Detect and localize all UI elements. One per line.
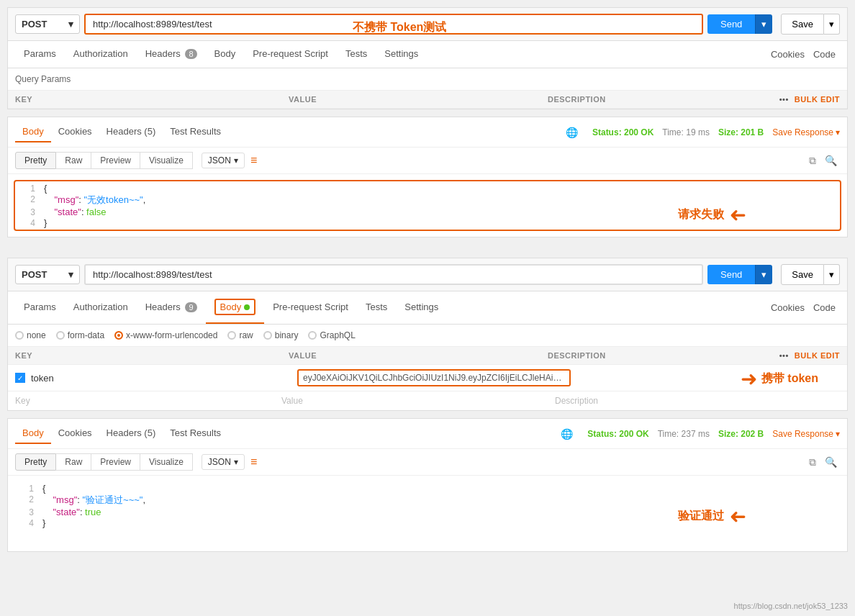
status-ok-2: Status: 200 OK xyxy=(587,429,648,439)
col-val-1: VALUE xyxy=(289,95,548,104)
tab-cookies-1[interactable]: Cookies xyxy=(766,42,809,67)
size-info-2: Size: 202 B xyxy=(718,429,764,439)
view-tab-raw-1[interactable]: Raw xyxy=(56,152,91,169)
radio-urlencoded[interactable]: x-www-form-urlencoded xyxy=(114,330,217,340)
tab-params-2[interactable]: Params xyxy=(15,294,65,321)
tab-tests-1[interactable]: Tests xyxy=(337,41,376,68)
radio-raw[interactable]: raw xyxy=(227,330,253,340)
wrap-icon-1[interactable]: ≡ xyxy=(250,154,257,167)
radio-formdata[interactable]: form-data xyxy=(56,330,104,340)
response-bar-1: Body Cookies Headers (5) Test Results 🌐 … xyxy=(8,117,847,148)
tab-headers-2[interactable]: Headers 9 xyxy=(137,294,206,321)
rtab-headers-2[interactable]: Headers (5) xyxy=(99,423,163,444)
save-response-btn-1[interactable]: Save Response ▾ xyxy=(772,127,840,137)
view-tab-preview-1[interactable]: Preview xyxy=(91,152,140,169)
tab-prerequest-2[interactable]: Pre-request Script xyxy=(264,294,357,321)
view-tab-raw-2[interactable]: Raw xyxy=(56,453,91,471)
more-icon-1[interactable]: ••• xyxy=(779,95,789,104)
tab-code-1[interactable]: Code xyxy=(809,42,840,67)
rtab-body-1[interactable]: Body xyxy=(15,122,51,142)
tab-code-2[interactable]: Code xyxy=(809,295,840,320)
url-input-2[interactable] xyxy=(84,264,703,285)
radio-binary[interactable]: binary xyxy=(263,330,299,340)
save-caret-2[interactable]: ▾ xyxy=(824,264,840,285)
token-checkbox[interactable] xyxy=(15,373,25,383)
section-label-text: Query Params xyxy=(15,74,71,84)
radio-graphql[interactable]: GraphQL xyxy=(308,330,355,340)
tab-body-1[interactable]: Body xyxy=(206,41,245,68)
rtab-cookies-2[interactable]: Cookies xyxy=(51,423,99,444)
status-info-2: 🌐 Status: 200 OK Time: 237 ms Size: 202 … xyxy=(561,428,840,440)
ph-val: Value xyxy=(281,396,555,406)
col-val-2: VALUE xyxy=(289,351,548,360)
code-area-2: 1 { 2 "msg": "验证通过~~~", 3 "state": true xyxy=(8,476,847,551)
radio-none[interactable]: none xyxy=(15,330,46,340)
tab-settings-1[interactable]: Settings xyxy=(376,41,427,68)
method-caret-2: ▾ xyxy=(68,269,73,280)
tab-prerequest-1[interactable]: Pre-request Script xyxy=(244,41,337,68)
tab-authorization-2[interactable]: Authorization xyxy=(65,294,137,321)
tab-cookies-2[interactable]: Cookies xyxy=(766,295,809,320)
rtab-headers-1[interactable]: Headers (5) xyxy=(99,122,163,142)
view-tab-pretty-2[interactable]: Pretty xyxy=(15,453,56,471)
format-select-2[interactable]: JSON ▾ xyxy=(202,454,245,470)
wrap-icon-2[interactable]: ≡ xyxy=(250,456,257,468)
method-select-1[interactable]: POST ▾ xyxy=(15,14,80,34)
url-input-1[interactable] xyxy=(84,14,703,35)
save-btn-group-1: Save ▾ xyxy=(781,14,840,35)
tab-body-2[interactable]: Body xyxy=(206,291,265,324)
rtab-test-results-2[interactable]: Test Results xyxy=(163,423,228,444)
save-response-btn-2[interactable]: Save Response ▾ xyxy=(772,429,840,439)
rtab-test-results-1[interactable]: Test Results xyxy=(163,122,228,142)
view-tab-pretty-1[interactable]: Pretty xyxy=(15,152,56,169)
format-label-2: JSON xyxy=(208,457,231,467)
token-row-wrapper: token ➜ 携带 token xyxy=(8,365,847,391)
view-tab-visualize-2[interactable]: Visualize xyxy=(140,453,193,471)
code-line-1-1: 1 { xyxy=(15,183,840,194)
code-content-2: 1 { 2 "msg": "验证通过~~~", 3 "state": true xyxy=(8,481,847,530)
tab-settings-2[interactable]: Settings xyxy=(396,294,447,321)
globe-icon-1: 🌐 xyxy=(566,127,578,138)
tab-params-1[interactable]: Params xyxy=(15,41,65,68)
save-button-2[interactable]: Save xyxy=(781,264,824,285)
copy-icon-2[interactable]: ⧉ xyxy=(806,455,819,470)
search-icon-1[interactable]: 🔍 xyxy=(822,153,840,168)
method-select-2[interactable]: POST ▾ xyxy=(15,265,80,284)
col-key-1: KEY xyxy=(15,95,289,104)
token-value-input[interactable] xyxy=(297,369,571,386)
response-panel-2: Body Cookies Headers (5) Test Results 🌐 … xyxy=(7,418,848,552)
bulk-edit-1[interactable]: Bulk Edit xyxy=(795,95,840,104)
send-btn-group-1: Send ▾ xyxy=(707,14,772,34)
tab-tests-2[interactable]: Tests xyxy=(357,294,396,321)
format-select-1[interactable]: JSON ▾ xyxy=(202,153,245,168)
rtab-cookies-1[interactable]: Cookies xyxy=(51,122,99,142)
send-button-2[interactable]: Send xyxy=(707,265,755,284)
tab-authorization-1[interactable]: Authorization xyxy=(65,41,137,68)
more-icon-2[interactable]: ••• xyxy=(779,351,789,360)
search-icon-2[interactable]: 🔍 xyxy=(822,455,840,469)
format-label-1: JSON xyxy=(208,155,231,166)
code-line-1-4: 4 } xyxy=(15,217,840,228)
view-tab-preview-2[interactable]: Preview xyxy=(91,453,140,471)
section-query-params: Query Params xyxy=(8,68,847,91)
table-header-2: KEY VALUE DESCRIPTION ••• Bulk Edit xyxy=(8,347,847,365)
save-button-1[interactable]: Save xyxy=(781,14,824,35)
method-caret-1: ▾ xyxy=(68,19,73,30)
view-tab-visualize-1[interactable]: Visualize xyxy=(140,152,193,169)
code-line-2-4: 4 } xyxy=(14,517,841,528)
send-caret-2[interactable]: ▾ xyxy=(755,265,772,284)
col-actions-2: ••• Bulk Edit xyxy=(779,351,840,360)
send-caret-1[interactable]: ▾ xyxy=(755,14,772,34)
size-info-1: Size: 201 B xyxy=(718,127,764,137)
copy-icon-1[interactable]: ⧉ xyxy=(806,153,819,168)
bulk-edit-2[interactable]: Bulk Edit xyxy=(795,351,840,360)
tabs-row-1: Params Authorization Headers 8 Body Pre-… xyxy=(8,41,847,68)
code-line-2-1: 1 { xyxy=(14,483,841,494)
rtab-body-2[interactable]: Body xyxy=(15,423,51,444)
code-area-1: 1 { 2 "msg": "无效token~~", 3 "state": fal… xyxy=(8,174,847,237)
tabs-row-2: Params Authorization Headers 9 Body Pre-… xyxy=(8,291,847,325)
token-row: token xyxy=(8,365,847,391)
save-caret-1[interactable]: ▾ xyxy=(824,14,840,35)
send-button-1[interactable]: Send xyxy=(707,14,755,34)
tab-headers-1[interactable]: Headers 8 xyxy=(137,41,206,68)
